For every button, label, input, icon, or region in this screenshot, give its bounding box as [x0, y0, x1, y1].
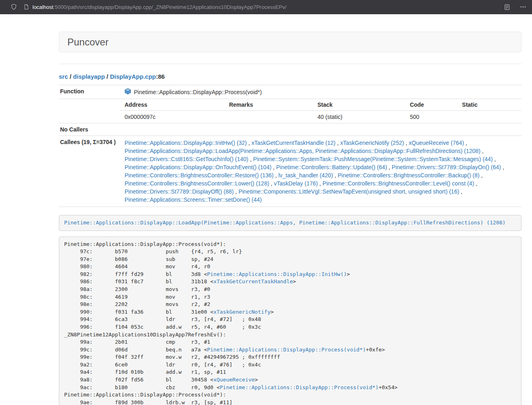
address-block-row: AddressRemarksStackCodeStatic 0x0000097c… — [59, 99, 521, 123]
breadcrumb-link[interactable]: src — [59, 73, 68, 80]
breadcrumb-link[interactable]: displayapp — [73, 73, 105, 80]
breadcrumb-line-number: :86 — [156, 73, 165, 80]
callee-separator: , — [387, 164, 392, 170]
app-title[interactable]: Puncover — [67, 37, 108, 48]
callee-separator: , — [234, 188, 239, 195]
address-table-header-row: AddressRemarksStackCodeStatic — [120, 99, 521, 111]
asm-symbol-link[interactable]: Pinetime::Applications::DisplayApp::Proc… — [220, 384, 379, 390]
url-host: localhost — [32, 4, 53, 10]
callee-link[interactable]: vTaskDelay (176) — [274, 180, 318, 187]
callee-separator: , — [501, 164, 504, 170]
column-header: Stack — [312, 99, 405, 111]
page-info-icon[interactable] — [24, 4, 29, 10]
url-bar[interactable]: localhost:5000/path/src/displayapp/Displ… — [24, 4, 286, 10]
browser-chrome: localhost:5000/path/src/displayapp/Displ… — [0, 0, 532, 14]
callee-separator: , — [404, 140, 409, 146]
breadcrumb-link[interactable]: DisplayApp.cpp — [110, 73, 156, 80]
callee-separator: , — [480, 148, 484, 154]
callee-link[interactable]: Pinetime::Applications::DisplayApp::OnTo… — [125, 164, 271, 170]
callee-link[interactable]: xQueueReceive (764) — [409, 140, 464, 146]
callee-link[interactable]: Pinetime::Applications::DisplayApp::Init… — [125, 140, 247, 146]
asm-symbol-link[interactable]: xTaskGetCurrentTaskHandle — [213, 278, 293, 284]
callee-separator: , — [274, 172, 278, 179]
breadcrumb-separator: / — [68, 73, 73, 80]
callee-link[interactable]: Pinetime::Drivers::St7789::DisplayOff() … — [125, 188, 234, 195]
callees-row: Callees (19, Σ=3704 ) Pinetime::Applicat… — [59, 136, 521, 207]
no-callers-label: No Callers — [59, 123, 120, 136]
callee-link[interactable]: lv_task_handler (420) — [278, 172, 333, 179]
table-cell — [457, 111, 521, 123]
callees-label: Callees (19, Σ=3704 ) — [59, 136, 120, 207]
callee-separator: , — [459, 188, 463, 195]
callee-separator: , — [493, 156, 496, 162]
asm-symbol-link[interactable]: Pinetime::Applications::DisplayApp::Init… — [207, 271, 347, 277]
divider — [59, 64, 521, 64]
callee-link[interactable]: Pinetime::Components::LittleVgl::SetNewT… — [239, 188, 459, 195]
callee-separator: , — [247, 140, 252, 146]
table-cell — [224, 111, 312, 123]
callee-link[interactable]: Pinetime::System::SystemTask::PushMessag… — [253, 156, 493, 162]
tracking-protection-shield-icon[interactable] — [10, 3, 18, 11]
callee-separator: , — [271, 164, 276, 170]
function-type-icon — [125, 88, 131, 96]
asm-symbol-link[interactable]: Pinetime::Applications::DisplayApp::Proc… — [207, 347, 366, 353]
asm-symbol-link[interactable]: xQueueReceive — [213, 377, 255, 383]
table-cell: 40 (static) — [312, 111, 405, 123]
column-header: Code — [405, 99, 457, 111]
callee-link[interactable]: Pinetime::Controllers::BrightnessControl… — [125, 172, 274, 179]
column-header: Remarks — [224, 99, 312, 111]
address-table: AddressRemarksStackCodeStatic 0x0000097c… — [120, 99, 521, 123]
function-name: Pinetime::Applications::DisplayApp::Proc… — [134, 89, 262, 95]
callee-separator: , — [336, 140, 340, 146]
highlight-symbol-box: Pinetime::Applications::DisplayApp::Load… — [59, 215, 521, 231]
callee-link[interactable]: Pinetime::Drivers::Cst816S::GetTouchInfo… — [125, 156, 248, 162]
column-header: Static — [457, 99, 521, 111]
callee-link[interactable]: Pinetime::Applications::DisplayApp::Load… — [125, 148, 480, 154]
callees-list: Pinetime::Applications::DisplayApp::Init… — [120, 136, 521, 207]
function-row: Function Pinetime::Applications::Display… — [59, 85, 521, 99]
callee-separator: , — [464, 140, 467, 146]
reader-view-icon[interactable] — [503, 3, 511, 11]
no-callers-row: No Callers — [59, 123, 521, 136]
callee-link[interactable]: Pinetime::Controllers::BrightnessControl… — [338, 172, 479, 179]
callee-link[interactable]: Pinetime::Controllers::BrightnessControl… — [323, 180, 474, 187]
disassembly: Pinetime::Applications::DisplayApp::Proc… — [59, 237, 521, 405]
app-header: Puncover — [59, 32, 521, 52]
table-cell: 0x0000097c — [120, 111, 224, 123]
callee-link[interactable]: Pinetime::Applications::Screens::Timer::… — [125, 196, 262, 203]
table-cell: 500 — [405, 111, 457, 123]
callee-separator: , — [269, 180, 274, 187]
function-table: Function Pinetime::Applications::Display… — [59, 85, 521, 207]
address-block-label — [59, 99, 120, 123]
overflow-menu-icon[interactable] — [519, 3, 527, 11]
function-label: Function — [59, 85, 120, 99]
url-path: :5000/path/src/displayapp/DisplayApp.cpp… — [53, 4, 286, 10]
breadcrumb-separator: / — [105, 73, 110, 80]
callee-link[interactable]: Pinetime::Controllers::Battery::Update()… — [276, 164, 387, 170]
breadcrumb: src / displayapp / DisplayApp.cpp:86 — [59, 73, 521, 80]
callee-separator: , — [333, 172, 338, 179]
callee-link[interactable]: Pinetime::Controllers::BrightnessControl… — [125, 180, 269, 187]
callee-link[interactable]: Pinetime::Drivers::St7789::DisplayOn() (… — [392, 164, 501, 170]
callee-link[interactable]: xTaskGetCurrentTaskHandle (12) — [252, 140, 336, 146]
callee-separator: , — [248, 156, 253, 162]
column-header: Address — [120, 99, 224, 111]
no-callers-cell — [120, 123, 521, 136]
asm-symbol-link[interactable]: xTaskGenericNotify — [213, 309, 271, 315]
highlight-symbol-link[interactable]: Pinetime::Applications::DisplayApp::Load… — [64, 220, 506, 226]
callee-separator: , — [474, 180, 477, 187]
address-table-data-row: 0x0000097c40 (static)500 — [120, 111, 521, 123]
callee-separator: , — [318, 180, 323, 187]
callee-link[interactable]: xTaskGenericNotify (252) — [340, 140, 404, 146]
main-content: Puncover src / displayapp / DisplayApp.c… — [59, 32, 521, 405]
callee-separator: , — [480, 172, 483, 179]
